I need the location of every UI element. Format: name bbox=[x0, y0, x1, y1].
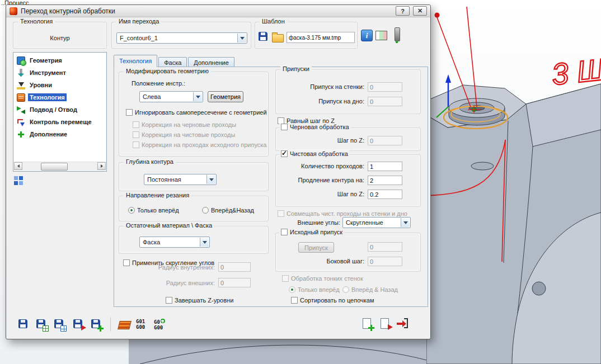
radio-label: Вперёд & Назад bbox=[351, 286, 398, 293]
tree-item-label: Инструмент bbox=[28, 69, 68, 77]
transition-name-combobox[interactable]: F_contour6_1 bbox=[116, 32, 247, 44]
wall-stock-field[interactable] bbox=[368, 82, 402, 92]
info-button[interactable]: i bbox=[361, 30, 373, 41]
radio-forward-only[interactable]: Только вперёд bbox=[128, 207, 179, 214]
floor-stock-label: Припуск на дно: bbox=[280, 98, 364, 105]
tree-hscrollbar[interactable] bbox=[14, 162, 106, 171]
tree-item-addition[interactable]: Дополнение bbox=[13, 128, 106, 140]
table-icon[interactable] bbox=[375, 31, 387, 40]
checkbox-label: Исходный припуск bbox=[290, 229, 342, 235]
radio-thin-walls-forward-back: Вперёд & Назад bbox=[342, 286, 398, 293]
grid-badge-icon bbox=[60, 325, 67, 332]
g0-g00-toggle[interactable]: G0 G00 bbox=[154, 319, 165, 330]
checkbox-box bbox=[133, 141, 139, 148]
contour-extend-label: Продление контура на: bbox=[280, 177, 364, 183]
combo-value: Скругленные bbox=[346, 219, 383, 226]
checkbox-label: Совмещать чист. проходы на стенки и дно bbox=[287, 210, 407, 217]
tree-item-approach-retract[interactable]: Подвод / Отвод bbox=[13, 103, 106, 116]
checkbox-box bbox=[291, 297, 298, 304]
stock-groupbox: Припуски Припуск на стенки: Припуск на д… bbox=[275, 69, 421, 114]
add-operation-button[interactable] bbox=[361, 318, 373, 330]
tree-item-levels[interactable]: Уровни bbox=[13, 79, 106, 91]
initial-stock-checkbox[interactable]: Исходный припуск bbox=[279, 229, 344, 235]
arrow-badge-icon bbox=[81, 325, 86, 330]
outer-radius-label: Радиус внешних: bbox=[150, 280, 215, 286]
tree-item-geometry[interactable]: Геометрия bbox=[13, 54, 106, 67]
operations-tree: Геометрия Инструмент Уровни Технология П… bbox=[13, 52, 107, 172]
initial-stock-groupbox: Исходный припуск Припуск Боковой шаг: bbox=[275, 233, 421, 272]
save-to-table-button[interactable] bbox=[35, 318, 48, 330]
tree-item-tool[interactable]: Инструмент bbox=[13, 67, 106, 79]
plus-badge-icon bbox=[97, 325, 104, 332]
checkbox-box bbox=[133, 131, 139, 138]
contour-extend-field[interactable] bbox=[368, 176, 402, 185]
scroll-right-button[interactable] bbox=[97, 162, 106, 170]
combine-passes-checkbox: Совмещать чист. проходы на стенки и дно bbox=[278, 210, 407, 217]
gcode-label: G01 bbox=[136, 319, 145, 324]
checkbox-label: Игнорировать самопересечение с геометрие… bbox=[135, 109, 267, 116]
close-button[interactable]: ✕ bbox=[413, 6, 427, 16]
checkbox-box bbox=[282, 275, 289, 282]
finish-z-levels-checkbox[interactable]: Завершать Z-уровни bbox=[166, 297, 233, 304]
window-grid-icon[interactable] bbox=[14, 176, 24, 186]
radio-forward-back[interactable]: Вперёд&Назад bbox=[202, 207, 254, 214]
rough-machining-checkbox[interactable]: Черновая обработка bbox=[279, 124, 351, 130]
checkbox-box bbox=[281, 150, 288, 157]
chevron-down-icon[interactable] bbox=[237, 34, 246, 42]
radio-dot bbox=[202, 207, 209, 214]
rough-machining-groupbox: Черновая обработка Шаг по Z: bbox=[275, 127, 421, 151]
template-save-button[interactable] bbox=[257, 31, 270, 43]
finish-z-step-label: Шаг по Z: bbox=[280, 191, 364, 197]
save-export-button[interactable] bbox=[72, 318, 84, 330]
chevron-down-icon[interactable] bbox=[206, 175, 215, 184]
finish-machining-checkbox[interactable]: Чистовая обработка bbox=[279, 150, 350, 157]
run-operation-button[interactable] bbox=[379, 318, 391, 330]
chevron-down-icon[interactable] bbox=[200, 238, 209, 247]
save-icon bbox=[18, 319, 27, 328]
toolbar-separator bbox=[110, 317, 111, 332]
scroll-left-button[interactable] bbox=[14, 162, 22, 170]
toolpath-layers-button[interactable] bbox=[118, 318, 130, 330]
folder-open-icon[interactable] bbox=[272, 34, 284, 42]
tree-item-movement-control[interactable]: Контроль перемеще bbox=[13, 116, 106, 128]
outer-radius-field bbox=[218, 278, 251, 287]
tool-bit-icon[interactable] bbox=[395, 27, 400, 41]
ignore-self-intersection-checkbox[interactable]: Игнорировать самопересечение с геометрие… bbox=[126, 109, 267, 116]
contour-depth-title: Глубина контура bbox=[124, 158, 176, 165]
cutting-direction-title: Направление резания bbox=[124, 192, 191, 198]
tree-item-label: Геометрия bbox=[28, 56, 64, 64]
wall-stock-label: Припуск на стенки: bbox=[280, 83, 364, 90]
help-button[interactable]: ? bbox=[396, 6, 410, 16]
chevron-down-icon[interactable] bbox=[401, 218, 410, 227]
template-name-field[interactable] bbox=[287, 32, 355, 43]
tree-item-technology[interactable]: Технология bbox=[13, 91, 106, 103]
contour-depth-combobox[interactable]: Постоянная bbox=[144, 174, 217, 185]
chevron-down-icon[interactable] bbox=[193, 92, 202, 101]
scroll-thumb[interactable] bbox=[41, 163, 68, 171]
checkbox-label: Черновая обработка bbox=[290, 124, 349, 130]
save-button[interactable] bbox=[17, 318, 30, 330]
sort-chains-checkbox[interactable]: Сортировать по цепочкам bbox=[291, 297, 374, 304]
save-to-table2-button[interactable] bbox=[53, 318, 65, 330]
outer-corners-combobox[interactable]: Скругленные bbox=[342, 217, 411, 228]
tree-item-label: Технология bbox=[28, 93, 67, 101]
save-add-button[interactable] bbox=[90, 318, 102, 330]
exit-button[interactable] bbox=[397, 318, 409, 330]
passes-count-field[interactable] bbox=[368, 162, 402, 171]
tab-technology[interactable]: Технология bbox=[114, 55, 157, 67]
addition-icon bbox=[17, 130, 25, 139]
floor-stock-field[interactable] bbox=[368, 97, 402, 106]
dialog-title: Переход контурной обработки bbox=[21, 7, 392, 15]
technology-icon bbox=[17, 93, 25, 102]
radio-label: Только вперёд bbox=[137, 207, 179, 214]
finish-z-step-field[interactable] bbox=[368, 190, 402, 199]
residual-material-combobox[interactable]: Фаска bbox=[139, 237, 210, 248]
g01-g00-toggle[interactable]: G01 G00 bbox=[136, 319, 145, 330]
initial-stock-field bbox=[368, 242, 402, 252]
tool-position-combobox[interactable]: Слева bbox=[139, 91, 203, 102]
stock-group-title: Припуски bbox=[280, 65, 312, 72]
checkbox-box bbox=[133, 121, 139, 128]
geometry-icon bbox=[17, 56, 25, 65]
geometry-button[interactable]: Геометрия bbox=[208, 91, 243, 102]
dialog-titlebar[interactable]: Переход контурной обработки ? ✕ bbox=[6, 5, 430, 17]
